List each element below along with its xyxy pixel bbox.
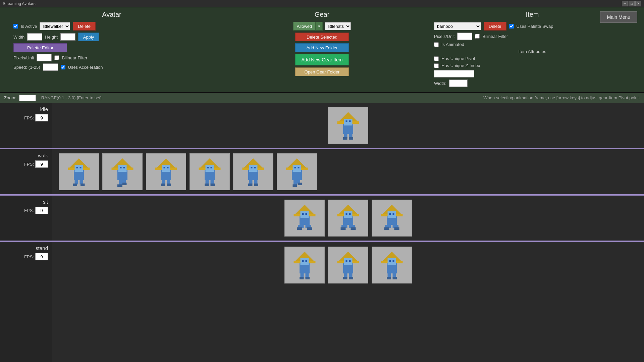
sit-label-row: sit FPS: [0, 196, 52, 242]
walk-frame-2[interactable] [102, 153, 143, 190]
item-bilinear-checkbox[interactable] [475, 34, 480, 39]
svg-rect-14 [76, 167, 78, 168]
minimize-button[interactable]: ─ [622, 1, 628, 6]
stand-fps-input[interactable] [35, 253, 48, 260]
add-new-folder-button[interactable]: Add New Folder [295, 43, 349, 52]
sprites-area [52, 103, 644, 362]
bilinear-filter-checkbox[interactable] [54, 55, 59, 60]
svg-rect-78 [297, 227, 302, 230]
item-attrs-header: Item Attributes [434, 49, 631, 54]
sit-frame-2[interactable] [328, 200, 368, 237]
svg-rect-25 [123, 167, 125, 168]
svg-rect-125 [392, 260, 394, 262]
svg-rect-53 [249, 165, 258, 172]
unique-z-checkbox[interactable] [434, 63, 439, 68]
walk-label-row: walk FPS: [0, 149, 52, 196]
walk-frame-1[interactable] [59, 153, 99, 190]
zoom-label: Zoom: [4, 95, 16, 100]
item-pixels-unit-input[interactable]: 1 [457, 33, 472, 40]
window-controls: ─ □ ✕ [622, 1, 641, 6]
svg-rect-13 [75, 165, 83, 172]
allowed-arrow-button[interactable]: ▼ [316, 22, 323, 31]
palette-editor-button[interactable]: Palette Editor [13, 43, 67, 52]
pixels-unit-label: Pixels/Unit [13, 55, 34, 60]
pixels-unit-input[interactable]: 1 [37, 54, 52, 61]
stand-fps-label: FPS: [24, 254, 34, 259]
svg-rect-123 [387, 258, 396, 265]
idle-fps-label: FPS: [24, 115, 34, 120]
svg-rect-29 [122, 183, 127, 186]
avatar-delete-button[interactable]: Delete [73, 22, 96, 31]
svg-rect-114 [345, 260, 347, 262]
uses-acceleration-checkbox[interactable] [61, 65, 65, 69]
idle-frame-1[interactable] [328, 107, 368, 144]
item-value-input[interactable]: 1 [434, 70, 474, 77]
speed-row: Speed: (1-25) 10 Uses Acceleration [13, 63, 210, 71]
svg-rect-54 [251, 167, 253, 168]
svg-rect-8 [343, 137, 347, 140]
stand-frame-1[interactable] [284, 247, 325, 283]
sit-frame-3[interactable] [372, 200, 412, 237]
unique-pivot-checkbox[interactable] [434, 56, 439, 61]
palette-row: Palette Editor [13, 43, 210, 52]
is-active-checkbox[interactable] [13, 24, 18, 29]
item-pixels-unit-row: Pixels/Unit 1 Bilinear Filter [434, 33, 631, 40]
svg-rect-108 [300, 277, 304, 279]
sit-fps-label: FPS: [24, 208, 34, 213]
item-width-input[interactable]: 32 [449, 80, 468, 87]
open-gear-row: Open Gear Folder [224, 67, 420, 76]
add-new-gear-button[interactable]: Add New Gear Item [295, 54, 349, 65]
is-animated-checkbox[interactable] [434, 42, 439, 47]
unique-z-label: Has Unique Z-Index [441, 63, 480, 68]
walk-frame-3[interactable] [146, 153, 186, 190]
zoom-input[interactable]: 2 [19, 95, 36, 101]
speed-input[interactable]: 10 [43, 63, 58, 71]
zoom-bar: Zoom: 2 RANGE(0.1 - 3.0) [Enter to set] … [0, 93, 644, 103]
svg-rect-4 [345, 120, 347, 122]
walk-frame-4[interactable] [190, 153, 230, 190]
apply-button[interactable]: Apply [78, 33, 99, 41]
avatar-name-select[interactable]: littlewalker [40, 22, 70, 30]
open-gear-folder-button[interactable]: Open Gear Folder [295, 67, 349, 76]
idle-fps-row: FPS: [4, 114, 48, 121]
svg-rect-128 [387, 277, 391, 279]
walk-fps-input[interactable] [35, 160, 48, 168]
delete-selected-button[interactable]: Delete Selected [295, 33, 349, 41]
sit-fps-input[interactable] [35, 207, 48, 214]
allowed-dropdown: Allowed ▼ [293, 22, 323, 31]
uses-palette-swap-checkbox[interactable] [509, 24, 514, 29]
walk-name: walk [4, 153, 48, 158]
idle-name: idle [4, 106, 48, 112]
is-active-row: Is Active littlewalker Delete [13, 22, 210, 31]
sit-frame-1[interactable] [284, 200, 325, 237]
svg-rect-45 [211, 167, 212, 168]
stand-frames-row [52, 242, 644, 288]
allowed-button[interactable]: Allowed [293, 22, 316, 31]
stand-frame-3[interactable] [372, 247, 412, 283]
stand-frame-2[interactable] [328, 247, 368, 283]
item-select[interactable]: bamboo [434, 22, 481, 30]
uses-acceleration-label: Uses Acceleration [68, 65, 103, 70]
walk-frame-6[interactable] [277, 153, 317, 190]
svg-rect-95 [392, 213, 394, 215]
svg-rect-68 [293, 185, 297, 187]
gear-folder-select[interactable]: littlehats [325, 22, 351, 30]
close-button[interactable]: ✕ [635, 1, 641, 6]
maximize-button[interactable]: □ [629, 1, 635, 6]
svg-rect-99 [394, 227, 399, 230]
main-menu-button[interactable]: Main Menu [600, 11, 637, 23]
svg-rect-124 [389, 260, 391, 262]
item-width-label: Width: [434, 81, 446, 86]
item-delete-button[interactable]: Delete [484, 22, 506, 31]
width-input[interactable]: 32 [27, 33, 42, 41]
main-content: idle FPS: walk FPS: sit FPS: stand FPS: [0, 103, 644, 362]
walk-frame-5[interactable] [233, 153, 273, 190]
idle-fps-input[interactable] [35, 114, 48, 121]
item-controls-row: bamboo Delete Uses Palette Swap [434, 22, 631, 31]
add-gear-row: Add New Gear Item [224, 54, 420, 65]
svg-rect-33 [162, 165, 170, 172]
svg-rect-104 [302, 260, 304, 262]
svg-rect-89 [351, 227, 356, 230]
svg-rect-48 [205, 184, 209, 186]
height-input[interactable]: 32 [60, 33, 75, 41]
